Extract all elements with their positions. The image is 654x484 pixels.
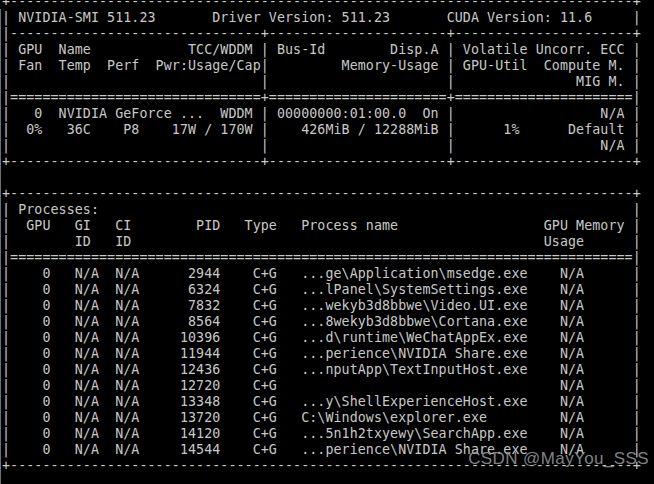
processes-title-line: | Processes: | xyxy=(2,202,641,218)
box-divider-line: |-------------------------------+-------… xyxy=(2,26,641,42)
process-row-line: | 0 N/A N/A 2944 C+G ...ge\Application\m… xyxy=(2,266,641,282)
gpu-table-header-line-1: | GPU Name TCC/WDDM | Bus-Id Disp.A | Vo… xyxy=(2,42,641,58)
process-row-line: | 0 N/A N/A 13348 C+G ...y\ShellExperien… xyxy=(2,394,641,410)
gpu-table-header-line-2: | Fan Temp Perf Pwr:Usage/Cap| Memory-Us… xyxy=(2,58,641,74)
process-row-line: | 0 N/A N/A 10396 C+G ...d\runtime\WeCha… xyxy=(2,330,641,346)
gpu-row-line-2: | 0% 36C P8 17W / 170W | 426MiB / 12288M… xyxy=(2,122,641,138)
nvidia-smi-output: +---------------------------------------… xyxy=(2,0,641,474)
process-row-line: | 0 N/A N/A 14120 C+G ...5n1h2txyewy\Sea… xyxy=(2,426,641,442)
gpu-table-header-line-3: | | | MIG M. | xyxy=(2,74,641,90)
process-row-line: | 0 N/A N/A 12436 C+G ...nputApp\TextInp… xyxy=(2,362,641,378)
smi-version-header-line: | NVIDIA-SMI 511.23 Driver Version: 511.… xyxy=(2,10,641,26)
box-border-line: +-------------------------------+-------… xyxy=(2,154,641,170)
process-row-line: | 0 N/A N/A 12720 C+G N/A | xyxy=(2,378,641,394)
window-left-edge xyxy=(0,9,1,484)
process-table-header-line-2: | ID ID Usage | xyxy=(2,234,641,250)
terminal-window: { "colors": { "background": "#000000", "… xyxy=(0,0,654,484)
process-table-separator-line: |=======================================… xyxy=(2,250,641,266)
gpu-row-line-1: | 0 NVIDIA GeForce ... WDDM | 00000000:0… xyxy=(2,106,641,122)
box-border-line: +---------------------------------------… xyxy=(2,0,641,10)
gpu-row-line-3: | | | N/A | xyxy=(2,138,641,154)
gpu-table-separator-line: |===============================+=======… xyxy=(2,90,641,106)
process-row-line: | 0 N/A N/A 7832 C+G ...wekyb3d8bbwe\Vid… xyxy=(2,298,641,314)
box-border-line: +---------------------------------------… xyxy=(2,186,641,202)
process-row-line: | 0 N/A N/A 6324 C+G ...lPanel\SystemSet… xyxy=(2,282,641,298)
process-row-line: | 0 N/A N/A 13720 C+G C:\Windows\explore… xyxy=(2,410,641,426)
watermark-text: CSDN @MayYou_SSS xyxy=(468,449,649,469)
blank-line xyxy=(2,170,641,186)
process-row-line: | 0 N/A N/A 11944 C+G ...perience\NVIDIA… xyxy=(2,346,641,362)
process-row-line: | 0 N/A N/A 8564 C+G ...8wekyb3d8bbwe\Co… xyxy=(2,314,641,330)
process-table-header-line-1: | GPU GI CI PID Type Process name GPU Me… xyxy=(2,218,641,234)
